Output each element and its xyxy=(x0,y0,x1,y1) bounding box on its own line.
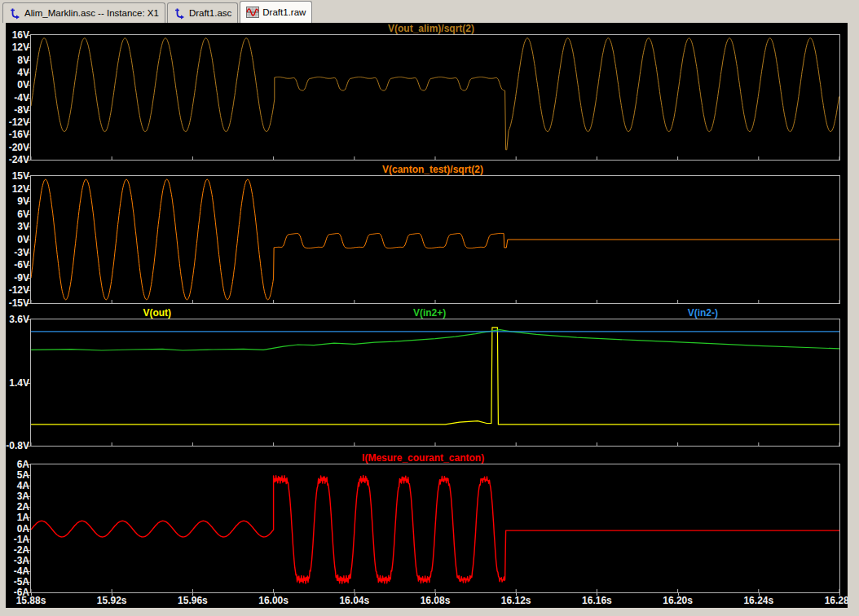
y-axis-label: -1A xyxy=(14,534,29,545)
trace-v-canton-test-sqrt-2- xyxy=(31,179,839,300)
y-axis-label: 0V xyxy=(17,234,29,245)
panel-title: V(in2+) xyxy=(413,307,446,319)
waveform-canvas-1[interactable] xyxy=(31,35,839,160)
y-axis-label: 2A xyxy=(17,501,29,513)
waveform-viewer[interactable]: V(out_alim)/sqrt(2)16V12V8V4V0V-4V-8V-12… xyxy=(6,23,848,608)
trace-i-mesure-courant-canton- xyxy=(31,476,839,584)
trace-v-out- xyxy=(31,328,839,425)
x-axis-label: 16.12s xyxy=(501,595,531,606)
plot-pane-2[interactable] xyxy=(30,175,840,304)
plot-pane-3[interactable] xyxy=(30,319,840,447)
y-axis-label: 3.6V xyxy=(9,314,29,325)
panel-title: V(in2-) xyxy=(688,307,718,319)
panel-title: V(out_alim)/sqrt(2) xyxy=(388,23,474,34)
y-axis-label: 1A xyxy=(17,512,29,523)
panel-title: I(Mesure_courant_canton) xyxy=(362,452,484,464)
x-axis-label: 16.04s xyxy=(339,595,369,606)
plot-pane-4[interactable] xyxy=(30,464,840,593)
y-axis-label: -4A xyxy=(14,565,29,577)
x-axis-label: 16.08s xyxy=(421,595,451,606)
waveform-icon xyxy=(246,7,259,18)
y-axis-label: 16V xyxy=(12,29,29,41)
y-axis-label: 6A xyxy=(17,459,29,470)
trace-v-out-alim-sqrt-2- xyxy=(31,38,839,150)
tab-label: Draft1.asc xyxy=(189,8,231,18)
tab-draft1-raw[interactable]: Draft1.raw xyxy=(240,1,312,23)
panel-title: V(canton_test)/sqrt(2) xyxy=(382,164,483,175)
tab-alim-marklin-asc[interactable]: Alim_Marklin.asc -- Instance: X1 xyxy=(2,2,165,23)
schematic-icon xyxy=(9,7,21,20)
tab-label: Alim_Marklin.asc -- Instance: X1 xyxy=(24,8,159,18)
y-axis-label: -20V xyxy=(9,142,29,153)
y-axis-label: -2A xyxy=(14,544,29,556)
ltspice-window: Alim_Marklin.asc -- Instance: X1 Draft1.… xyxy=(0,0,859,616)
y-axis-label: 15V xyxy=(12,170,29,182)
y-axis-label: -8V xyxy=(14,104,29,116)
x-axis-label: 15.92s xyxy=(97,595,127,606)
y-axis-label: 5A xyxy=(17,469,29,481)
y-axis-label: -9V xyxy=(14,272,29,284)
y-axis-label: -4V xyxy=(14,92,29,103)
y-axis-label: -12V xyxy=(9,117,29,128)
x-axis-label: 16.16s xyxy=(582,595,612,606)
x-axis-label: 16.20s xyxy=(663,595,693,606)
y-axis-label: 8V xyxy=(17,55,29,66)
y-axis-label: 4V xyxy=(17,67,29,78)
schematic-icon xyxy=(174,7,186,20)
y-axis-label: -15V xyxy=(9,297,29,309)
y-axis-label: 0V xyxy=(17,79,29,90)
y-axis-label: 12V xyxy=(12,42,29,53)
y-axis-label: -6V xyxy=(14,259,29,271)
y-axis-label: 1.4V xyxy=(9,377,29,389)
y-axis-label: 3A xyxy=(17,491,29,502)
plot-pane-1[interactable] xyxy=(30,34,840,161)
y-axis-label: 3V xyxy=(17,221,29,232)
trace-v-in2- xyxy=(31,330,839,350)
y-axis-label: -16V xyxy=(9,129,29,140)
y-axis-label: 9V xyxy=(17,196,29,207)
waveform-canvas-4[interactable] xyxy=(31,464,839,592)
y-axis-label: -3A xyxy=(14,555,29,566)
y-axis-label: 12V xyxy=(12,183,29,195)
y-axis-label: -0.8V xyxy=(6,440,29,451)
y-axis-label: -5A xyxy=(14,576,29,587)
y-axis-label: -24V xyxy=(9,154,29,165)
window-frame-right xyxy=(848,23,859,608)
waveform-canvas-2[interactable] xyxy=(31,176,839,303)
tab-label: Draft1.raw xyxy=(262,7,306,17)
x-axis-label: 15.88s xyxy=(16,595,46,606)
tab-draft1-asc[interactable]: Draft1.asc xyxy=(167,2,238,23)
y-axis-label: -3V xyxy=(14,247,29,258)
tab-bar: Alim_Marklin.asc -- Instance: X1 Draft1.… xyxy=(0,0,859,23)
window-frame-bottom xyxy=(0,608,859,616)
y-axis-label: 4A xyxy=(17,480,29,491)
waveform-canvas-3[interactable] xyxy=(31,319,839,446)
y-axis-label: -12V xyxy=(9,284,29,296)
x-axis-label: 16.00s xyxy=(258,595,289,606)
panel-title: V(out) xyxy=(143,307,171,319)
y-axis-label: 6V xyxy=(17,209,29,220)
y-axis-label: 0A xyxy=(17,523,29,535)
x-axis-label: 15.96s xyxy=(178,595,208,606)
x-axis-label: 16.24s xyxy=(743,595,773,606)
